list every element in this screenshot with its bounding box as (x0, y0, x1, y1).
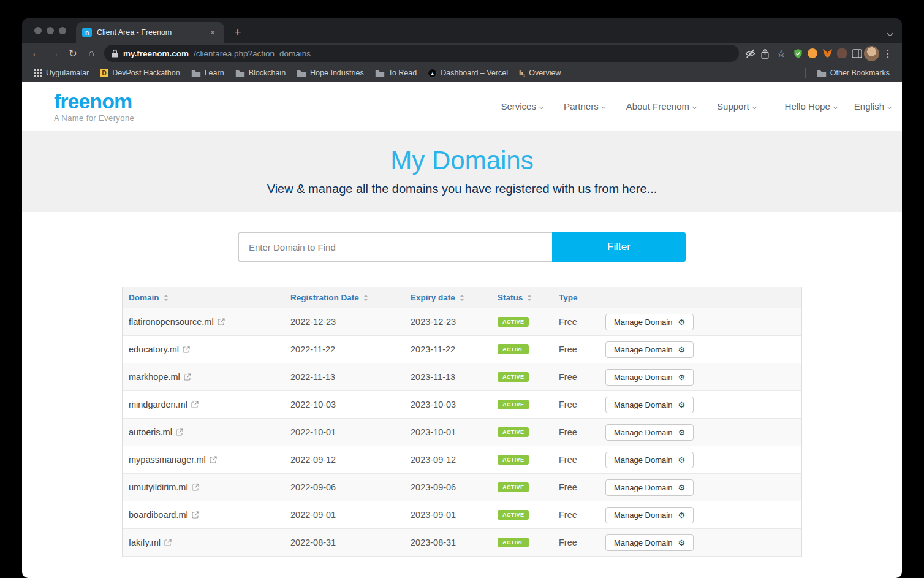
home-button[interactable]: ⌂ (82, 45, 100, 62)
external-link-icon[interactable] (218, 318, 225, 325)
bookmark-label: Blockchain (249, 69, 286, 77)
extension-orange-icon[interactable] (805, 46, 820, 61)
close-window-button[interactable] (34, 27, 42, 34)
domain-link[interactable]: fakify.ml (129, 538, 161, 547)
status-badge: ACTIVE (498, 455, 529, 465)
manage-domain-button[interactable]: Manage Domain ⚙ (605, 424, 694, 441)
manage-domain-label: Manage Domain (614, 511, 672, 520)
bookmark-folder-hope-industries[interactable]: Hope Industries (292, 67, 369, 79)
status-cell: ACTIVE (491, 538, 553, 547)
nav-partners[interactable]: Partners (564, 101, 605, 112)
window-controls (34, 27, 66, 34)
domain-link[interactable]: autoeris.ml (129, 427, 172, 437)
expiry-date-cell: 2023-12-23 (404, 317, 491, 327)
external-link-icon[interactable] (210, 456, 217, 463)
extension-brown-icon[interactable] (835, 46, 849, 61)
gear-icon: ⚙ (678, 539, 685, 547)
bookmark-label: To Read (388, 69, 417, 77)
registration-date-cell: 2022-09-12 (284, 455, 404, 465)
bookmark-label: Hope Industries (310, 69, 364, 77)
bookmark-overview[interactable]: h₁ Overview (514, 67, 566, 80)
registration-date-cell: 2022-09-06 (284, 482, 404, 492)
column-header-type: Type (553, 293, 599, 302)
status-badge: ACTIVE (498, 427, 529, 437)
column-header-registration-date[interactable]: Registration Date (284, 293, 404, 302)
column-header-status[interactable]: Status (491, 293, 553, 302)
other-bookmarks-button[interactable]: Other Bookmarks (812, 67, 895, 79)
column-header-expiry-date[interactable]: Expiry date (404, 293, 491, 302)
status-badge: ACTIVE (498, 482, 529, 492)
manage-domain-button[interactable]: Manage Domain ⚙ (605, 341, 694, 358)
manage-domain-button[interactable]: Manage Domain ⚙ (605, 397, 694, 413)
minimize-window-button[interactable] (47, 27, 54, 34)
domain-link[interactable]: educatory.ml (129, 344, 179, 354)
domain-link[interactable]: boardiboard.ml (129, 510, 188, 520)
domain-link[interactable]: mindgarden.ml (129, 400, 187, 409)
manage-domain-button[interactable]: Manage Domain ⚙ (605, 369, 694, 386)
tracking-eye-off-icon[interactable] (743, 46, 757, 61)
manage-cell: Manage Domain ⚙ (599, 397, 801, 413)
folder-icon (297, 69, 306, 77)
external-link-icon[interactable] (192, 511, 199, 519)
status-badge: ACTIVE (498, 400, 529, 409)
nav-services[interactable]: Services (501, 101, 543, 112)
manage-domain-button[interactable]: Manage Domain ⚙ (605, 452, 694, 468)
bookmark-folder-to-read[interactable]: To Read (370, 67, 422, 79)
bookmark-star-icon[interactable]: ☆ (772, 45, 790, 62)
tab-search-button[interactable] (888, 27, 892, 38)
back-button[interactable]: ← (27, 45, 45, 62)
registration-date-cell: 2022-08-31 (284, 538, 404, 547)
filter-button[interactable]: Filter (552, 232, 686, 262)
sort-icon (363, 295, 368, 301)
profile-avatar[interactable] (864, 46, 879, 61)
browser-menu-kebab-icon[interactable]: ⋮ (879, 45, 897, 62)
external-link-icon[interactable] (164, 539, 172, 546)
zoom-window-button[interactable] (59, 27, 66, 34)
side-panel-icon[interactable] (849, 46, 864, 61)
manage-domain-button[interactable]: Manage Domain ⚙ (605, 314, 694, 330)
nav-support[interactable]: Support (717, 101, 756, 112)
manage-domain-button[interactable]: Manage Domain ⚙ (605, 479, 694, 496)
external-link-icon[interactable] (191, 401, 199, 408)
external-link-icon[interactable] (192, 484, 199, 491)
address-bar[interactable]: my.freenom.com/clientarea.php?action=dom… (104, 45, 739, 62)
apps-grid-icon (34, 69, 42, 77)
language-menu[interactable]: English (854, 101, 891, 112)
new-tab-button[interactable]: + (229, 24, 246, 41)
extension-metamask-fox-icon[interactable] (820, 46, 835, 61)
share-icon[interactable] (757, 46, 772, 61)
domain-cell: markhope.ml (123, 372, 284, 382)
forward-button[interactable]: → (45, 45, 64, 62)
external-link-icon[interactable] (184, 373, 191, 381)
registration-date-cell: 2022-10-01 (284, 427, 404, 437)
account-menu[interactable]: Hello Hope (785, 101, 837, 112)
bookmark-devpost[interactable]: D DevPost Hackathon (95, 67, 184, 79)
bookmark-vercel-dashboard[interactable]: ▲ Dashboard – Vercel (423, 67, 513, 80)
domain-search-input[interactable] (238, 232, 552, 262)
bookmark-apps[interactable]: Uygulamalar (29, 67, 94, 79)
expiry-date-cell: 2023-11-13 (404, 372, 491, 382)
manage-domain-button[interactable]: Manage Domain ⚙ (605, 507, 694, 523)
domain-link[interactable]: flatironopensource.ml (129, 317, 214, 327)
external-link-icon[interactable] (176, 428, 183, 436)
bookmark-folder-learn[interactable]: Learn (186, 67, 229, 79)
freenom-logo[interactable]: freenom A Name for Everyone (22, 82, 134, 131)
external-link-icon[interactable] (183, 346, 190, 353)
domain-row: markhope.ml 2022-11-13 2023-11-13 ACTIVE… (123, 363, 801, 391)
browser-tab[interactable]: n Client Area - Freenom × (76, 22, 224, 43)
domain-link[interactable]: markhope.ml (129, 372, 180, 382)
reload-button[interactable]: ↻ (64, 45, 82, 62)
manage-domain-label: Manage Domain (614, 455, 672, 465)
extension-shield-icon[interactable] (790, 46, 805, 61)
nav-about-freenom[interactable]: About Freenom (626, 101, 696, 112)
domain-cell: educatory.ml (123, 344, 284, 354)
domain-link[interactable]: mypassmanager.ml (129, 455, 206, 465)
domain-link[interactable]: umutyildirim.ml (129, 482, 188, 492)
manage-domain-button[interactable]: Manage Domain ⚙ (605, 534, 694, 551)
domain-cell: umutyildirim.ml (123, 482, 284, 492)
close-tab-icon[interactable]: × (207, 27, 218, 38)
status-cell: ACTIVE (491, 427, 553, 437)
bookmark-folder-blockchain[interactable]: Blockchain (230, 67, 290, 79)
column-header-domain[interactable]: Domain (123, 293, 284, 302)
browser-window: n Client Area - Freenom × + ← → ↻ ⌂ my.f… (22, 18, 902, 578)
